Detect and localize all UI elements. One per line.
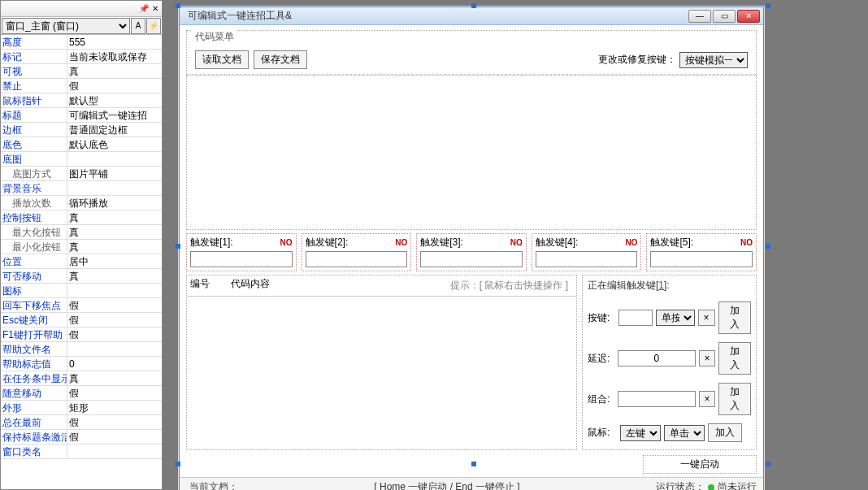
property-value[interactable]: 真 (67, 210, 162, 224)
property-row[interactable]: 播放次数循环播放 (1, 196, 162, 210)
property-value[interactable]: 矩形 (67, 401, 162, 414)
property-value[interactable]: 555 (67, 35, 162, 49)
property-value[interactable]: 循环播放 (67, 196, 162, 210)
property-value[interactable] (67, 342, 162, 356)
property-value[interactable]: 假 (67, 430, 162, 444)
selection-handle[interactable] (766, 462, 770, 466)
property-value[interactable]: 假 (67, 415, 162, 429)
property-row[interactable]: 可视真 (1, 64, 162, 79)
read-doc-button[interactable]: 读取文档 (195, 50, 249, 69)
property-row[interactable]: 外形矩形 (1, 401, 162, 415)
trigger-input[interactable] (650, 251, 753, 267)
property-value[interactable]: 真 (67, 240, 162, 254)
selection-handle[interactable] (176, 462, 180, 466)
property-row[interactable]: 回车下移焦点假 (1, 298, 162, 313)
trigger-input[interactable] (190, 251, 293, 267)
mouse-btn-select[interactable]: 左键 (620, 425, 661, 441)
delay-clear-button[interactable]: × (699, 350, 715, 366)
property-value[interactable]: 真 (67, 371, 162, 385)
minimize-button[interactable]: — (688, 10, 711, 23)
property-value[interactable] (67, 284, 162, 297)
property-row[interactable]: 禁止假 (1, 79, 162, 93)
selection-handle[interactable] (766, 3, 770, 8)
selection-handle[interactable] (766, 244, 770, 249)
close-button[interactable]: ✕ (737, 10, 760, 23)
mouse-add-button[interactable]: 加入 (708, 423, 742, 442)
property-value[interactable]: 居中 (67, 254, 162, 268)
property-value[interactable]: 真 (67, 269, 162, 283)
maximize-button[interactable]: ▭ (713, 10, 736, 23)
property-value[interactable]: 当前未读取或保存 (67, 50, 162, 63)
property-row[interactable]: 可否移动真 (1, 269, 162, 284)
property-value[interactable] (67, 152, 162, 166)
trigger-input[interactable] (420, 251, 523, 267)
trigger-no-badge: NO (740, 238, 753, 247)
property-row[interactable]: 高度555 (1, 35, 162, 50)
property-row[interactable]: Esc键关闭假 (1, 313, 162, 327)
save-doc-button[interactable]: 保存文档 (254, 50, 307, 69)
property-value[interactable]: 真 (67, 225, 162, 239)
property-row[interactable]: 帮助标志值0 (1, 357, 162, 371)
fix-key-select[interactable]: 按键模拟一 (679, 52, 748, 68)
selection-handle[interactable] (471, 462, 476, 466)
property-row[interactable]: 底图 (1, 152, 162, 167)
property-value[interactable]: 真 (67, 64, 162, 78)
pin-icon[interactable]: 📌 (139, 4, 149, 13)
code-area[interactable] (186, 76, 757, 230)
delay-add-button[interactable]: 加入 (718, 342, 751, 375)
property-row[interactable]: 帮助文件名 (1, 342, 162, 357)
property-value[interactable] (67, 181, 162, 195)
trigger-input[interactable] (536, 251, 638, 267)
object-selector[interactable]: 窗口_主窗 (窗口) (2, 18, 130, 34)
property-value[interactable]: 默认底色 (67, 137, 162, 151)
property-row[interactable]: 边框普通固定边框 (1, 123, 162, 137)
key-mode-select[interactable]: 单按 (656, 310, 695, 326)
mouse-mode-select[interactable]: 单击 (664, 425, 705, 441)
property-row[interactable]: 底图方式图片平铺 (1, 167, 162, 181)
selection-handle[interactable] (471, 3, 476, 8)
delay-input[interactable] (618, 350, 696, 366)
property-row[interactable]: 控制按钮真 (1, 210, 162, 225)
property-value[interactable] (67, 444, 162, 458)
property-row[interactable]: 底色默认底色 (1, 137, 162, 152)
property-row[interactable]: 随意移动假 (1, 386, 162, 401)
property-value[interactable]: 假 (67, 313, 162, 327)
prop-btn-a[interactable]: A (131, 18, 145, 34)
combo-input[interactable] (618, 391, 696, 407)
prop-btn-b[interactable]: ⚡ (146, 18, 161, 34)
close-icon[interactable]: ✕ (152, 4, 158, 13)
property-row[interactable]: 保持标题条激活假 (1, 430, 162, 444)
property-row[interactable]: 最大化按钮真 (1, 225, 162, 240)
property-value[interactable]: 假 (67, 298, 162, 312)
property-row[interactable]: 总在最前假 (1, 415, 162, 430)
combo-add-button[interactable]: 加入 (718, 383, 751, 415)
property-row[interactable]: 位置居中 (1, 254, 162, 269)
list-body[interactable] (187, 297, 576, 427)
property-row[interactable]: 背景音乐 (1, 181, 162, 196)
selection-handle[interactable] (176, 3, 180, 8)
property-value[interactable]: 0 (67, 357, 162, 371)
key-clear-button[interactable]: × (698, 310, 715, 326)
property-value[interactable]: 假 (67, 79, 162, 93)
property-row[interactable]: 标题可编辑式一键连招 (1, 108, 162, 123)
key-add-button[interactable]: 加入 (718, 301, 752, 334)
property-row[interactable]: 在任务条中显示真 (1, 371, 162, 386)
key-input[interactable] (618, 310, 653, 326)
property-value[interactable]: 默认型 (67, 93, 162, 107)
property-row[interactable]: F1键打开帮助假 (1, 327, 162, 342)
property-row[interactable]: 窗口类名 (1, 444, 162, 459)
property-row[interactable]: 最小化按钮真 (1, 240, 162, 254)
combo-clear-button[interactable]: × (699, 391, 715, 407)
property-value[interactable]: 假 (67, 386, 162, 400)
property-value[interactable]: 可编辑式一键连招 (67, 108, 162, 122)
property-row[interactable]: 图标 (1, 284, 162, 298)
property-row[interactable]: 鼠标指针默认型 (1, 93, 162, 108)
property-value[interactable]: 假 (67, 327, 162, 341)
trigger-input[interactable] (306, 251, 408, 267)
app-titlebar[interactable]: 可编辑式一键连招工具& — ▭ ✕ (180, 7, 763, 25)
property-value[interactable]: 普通固定边框 (67, 123, 162, 137)
property-row[interactable]: 标记当前未读取或保存 (1, 50, 162, 64)
selection-handle[interactable] (176, 244, 180, 249)
property-value[interactable]: 图片平铺 (67, 167, 162, 180)
property-grid[interactable]: 高度555标记当前未读取或保存可视真禁止假鼠标指针默认型标题可编辑式一键连招边框… (1, 35, 162, 474)
